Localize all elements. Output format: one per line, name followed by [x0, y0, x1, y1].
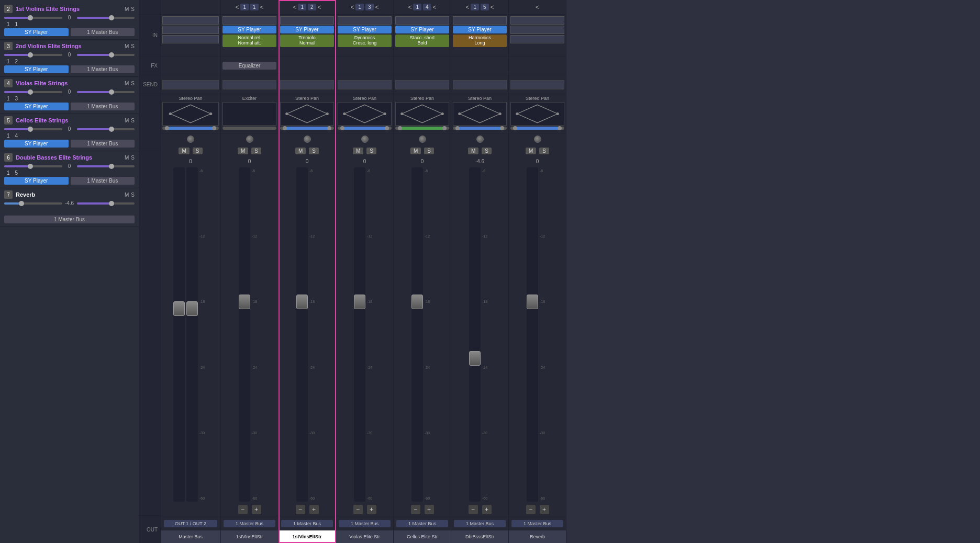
ch4-nav-left[interactable]: < [408, 4, 411, 11]
ch2-sy-player[interactable]: SY Player [280, 26, 334, 33]
ch6-plus-btn[interactable]: + [540, 505, 549, 514]
ch2-mute-btn[interactable]: M [295, 148, 306, 154]
ch3-articulation[interactable]: DynamicsCresc. long [338, 35, 392, 47]
ch4-mute-btn[interactable]: M [410, 148, 421, 154]
ch5-out-label[interactable]: 1 Master Bus [454, 520, 505, 527]
ch3-nav-right[interactable]: < [375, 4, 379, 11]
sy-player-btn-5[interactable]: SY Player [4, 177, 69, 185]
mute-btn-3[interactable]: M [125, 81, 129, 86]
solo-btn-6[interactable]: S [131, 192, 135, 198]
ch1-nav-right[interactable]: < [260, 4, 264, 11]
ch1-minus-btn[interactable]: − [238, 505, 248, 514]
ch5-minus-btn[interactable]: − [469, 505, 478, 514]
ch1-out-label[interactable]: 1 Master Bus [224, 520, 275, 527]
track-fader-6[interactable] [4, 202, 62, 205]
mute-btn-1[interactable]: M [125, 6, 129, 12]
track-fader-4[interactable] [4, 128, 62, 130]
ch6-fader-thumb[interactable] [527, 295, 538, 309]
ch5-plus-btn[interactable]: + [482, 505, 492, 514]
ch4-plus-btn[interactable]: + [425, 505, 434, 514]
ch3-fader-track[interactable] [354, 167, 365, 502]
master-out-label[interactable]: OUT 1 / OUT 2 [164, 520, 218, 527]
track-fader-2b[interactable] [77, 54, 135, 56]
ch4-articulation[interactable]: Stacc. shortBold [395, 35, 449, 47]
master-fader-track-2[interactable] [186, 167, 198, 502]
master-vol-knob[interactable] [187, 135, 194, 143]
solo-btn-4[interactable]: S [131, 118, 135, 123]
track-fader-5[interactable] [4, 165, 62, 167]
master-bus-btn-5[interactable]: 1 Master Bus [71, 177, 135, 185]
ch3-out-label[interactable]: 1 Master Bus [339, 520, 390, 527]
track-fader-3b[interactable] [77, 91, 135, 93]
master-fader-thumb-2[interactable] [186, 301, 198, 316]
master-bus-btn-6[interactable]: 1 Master Bus [4, 216, 135, 223]
ch5-vol-knob[interactable] [476, 135, 484, 143]
ch2-nav-left[interactable]: < [293, 4, 296, 11]
master-bus-btn-1[interactable]: 1 Master Bus [71, 28, 135, 36]
ch3-solo-btn[interactable]: S [366, 148, 376, 154]
mute-btn-2[interactable]: M [125, 43, 129, 49]
ch6-minus-btn[interactable]: − [526, 505, 536, 514]
master-fader-track[interactable] [173, 167, 185, 502]
ch5-sy-player[interactable]: SY Player [453, 26, 507, 33]
solo-btn-1[interactable]: S [131, 6, 135, 12]
ch5-nav-right[interactable]: < [491, 4, 494, 11]
ch5-solo-btn[interactable]: S [482, 148, 492, 154]
master-bus-btn-2[interactable]: 1 Master Bus [71, 65, 135, 73]
ch4-vol-knob[interactable] [419, 135, 426, 143]
ch3-sy-player[interactable]: SY Player [338, 26, 392, 33]
ch4-solo-btn[interactable]: S [424, 148, 434, 154]
ch6-fader-track[interactable] [527, 167, 538, 502]
ch6-vol-knob[interactable] [534, 135, 541, 143]
track-fader-5b[interactable] [77, 165, 135, 167]
ch1-articulation[interactable]: Normal rel.Normal att. [222, 35, 276, 47]
ch1-fader-thumb[interactable] [239, 295, 250, 309]
ch1-nav-left[interactable]: < [235, 4, 239, 11]
ch4-nav-right[interactable]: < [433, 4, 437, 11]
track-fader-3[interactable] [4, 91, 62, 93]
ch2-vol-knob[interactable] [304, 135, 311, 143]
ch6-solo-btn[interactable]: S [539, 148, 549, 154]
ch4-sy-player[interactable]: SY Player [395, 26, 449, 33]
track-fader-1[interactable] [4, 17, 62, 19]
sy-player-btn-3[interactable]: SY Player [4, 103, 69, 110]
ch1-equalizer-btn[interactable]: Equalizer [222, 62, 276, 70]
ch4-fader-thumb[interactable] [411, 295, 423, 309]
ch2-plus-btn[interactable]: + [309, 505, 319, 514]
sy-player-btn-2[interactable]: SY Player [4, 65, 69, 73]
mute-btn-4[interactable]: M [125, 118, 129, 123]
ch3-vol-knob[interactable] [361, 135, 369, 143]
track-fader-4b[interactable] [77, 128, 135, 130]
ch1-plus-btn[interactable]: + [252, 505, 261, 514]
ch5-fader-track[interactable] [469, 167, 481, 502]
ch2-minus-btn[interactable]: − [296, 505, 305, 514]
solo-btn-3[interactable]: S [131, 81, 135, 86]
ch5-fader-thumb[interactable] [469, 351, 481, 366]
ch6-out-label[interactable]: 1 Master Bus [511, 520, 563, 527]
ch1-solo-btn[interactable]: S [251, 148, 261, 154]
track-fader-2[interactable] [4, 54, 62, 56]
ch5-articulation[interactable]: HarmonicsLong [453, 35, 507, 47]
master-bus-btn-3[interactable]: 1 Master Bus [71, 103, 135, 110]
sy-player-btn-1[interactable]: SY Player [4, 28, 69, 36]
ch4-out-label[interactable]: 1 Master Bus [396, 520, 448, 527]
ch3-fader-thumb[interactable] [354, 295, 365, 309]
master-fader-thumb[interactable] [173, 301, 185, 316]
ch1-sy-player[interactable]: SY Player [222, 26, 276, 33]
sy-player-btn-4[interactable]: SY Player [4, 140, 69, 148]
master-solo-btn[interactable]: S [193, 148, 203, 154]
master-mute-btn[interactable]: M [179, 148, 189, 154]
ch1-vol-knob[interactable] [246, 135, 253, 143]
ch4-minus-btn[interactable]: − [411, 505, 420, 514]
ch2-out-label[interactable]: 1 Master Bus [281, 520, 332, 527]
ch6-nav-arrow[interactable]: < [536, 4, 539, 11]
ch3-plus-btn[interactable]: + [367, 505, 376, 514]
ch2-solo-btn[interactable]: S [309, 148, 319, 154]
solo-btn-5[interactable]: S [131, 155, 135, 161]
ch5-nav-left[interactable]: < [465, 4, 469, 11]
ch3-nav-left[interactable]: < [350, 4, 354, 11]
ch1-mute-btn[interactable]: M [238, 148, 248, 154]
ch3-mute-btn[interactable]: M [353, 148, 363, 154]
ch6-mute-btn[interactable]: M [526, 148, 536, 154]
ch3-minus-btn[interactable]: − [353, 505, 363, 514]
